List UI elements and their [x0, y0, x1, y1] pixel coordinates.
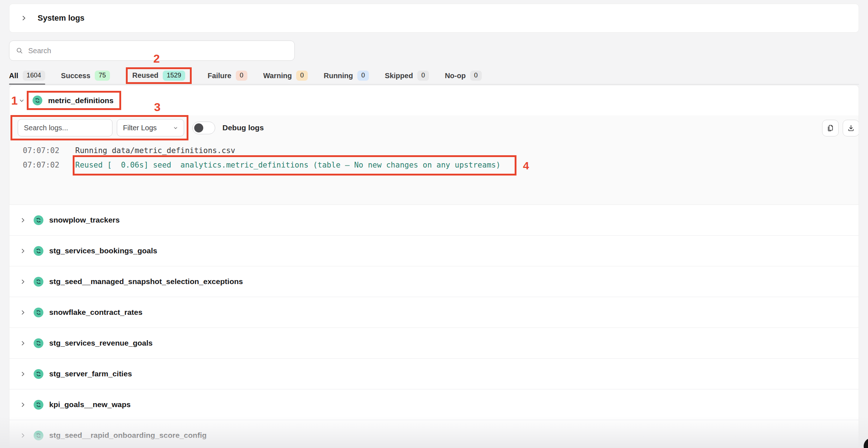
reused-sync-icon: [34, 246, 43, 256]
reused-sync-icon: [34, 400, 43, 410]
model-row-stg-seed-rapid-onboarding-score-config[interactable]: stg_seed__rapid_onboarding_score_config: [9, 420, 859, 448]
page-title: System logs: [38, 13, 85, 23]
model-name: stg_seed__managed_snapshot_selection_exc…: [49, 277, 243, 286]
model-rows: snowplow_trackers stg_services_bookings_…: [9, 205, 859, 448]
model-row-stg-seed-managed-snapshot-selection-exceptions[interactable]: stg_seed__managed_snapshot_selection_exc…: [9, 266, 859, 297]
chevron-right-icon: [21, 15, 27, 21]
annotation-3: 3: [154, 101, 161, 113]
tab-label: Reused: [132, 71, 158, 80]
chevron-right-icon: [20, 433, 26, 438]
log-timestamp: 07:07:02: [23, 161, 75, 169]
copy-logs-button[interactable]: [822, 120, 839, 136]
model-row-snowplow-trackers[interactable]: snowplow_trackers: [9, 205, 859, 236]
tab-count-badge: 1604: [23, 71, 45, 81]
reused-sync-icon: [34, 308, 43, 317]
search-bar: [9, 41, 295, 61]
reused-sync-icon: [34, 215, 43, 225]
model-name: metric_definitions: [48, 96, 114, 105]
annotation-1: 1: [11, 95, 18, 106]
log-message: Running data/metric_definitions.csv: [75, 146, 235, 155]
tab-label: Warning: [263, 72, 292, 80]
model-name: kpi_goals__new_waps: [49, 400, 131, 409]
model-row-metric-definitions[interactable]: 1 metric_definitions 3: [9, 85, 859, 115]
tab-label: Skipped: [385, 72, 413, 80]
log-panel: Filter Logs Debug logs: [9, 115, 859, 205]
chevron-right-icon: [20, 217, 26, 223]
tab-label: No-op: [445, 72, 466, 80]
status-tabs: All 1604 Success 75 Reused 1529 Failure …: [9, 67, 859, 85]
tab-running[interactable]: Running 0: [324, 67, 369, 84]
tab-count-badge: 75: [95, 71, 110, 81]
annotation-4: 4: [523, 160, 529, 171]
chevron-right-icon: [20, 402, 26, 407]
log-message-reused: Reused [ 0.06s] seed analytics.metric_de…: [75, 161, 501, 169]
debug-logs-label: Debug logs: [222, 123, 264, 132]
download-logs-button[interactable]: [843, 120, 859, 136]
model-row-snowflake-contract-rates[interactable]: snowflake_contract_rates: [9, 297, 859, 328]
system-logs-header[interactable]: System logs: [9, 4, 859, 33]
filter-logs-label: Filter Logs: [123, 124, 157, 132]
tab-count-badge: 0: [417, 71, 429, 81]
toggle-knob: [194, 123, 203, 132]
tab-all[interactable]: All 1604: [9, 67, 45, 84]
log-line: 07:07:02 Reused [ 0.06s] seed analytics.…: [23, 161, 501, 169]
tab-skipped[interactable]: Skipped 0: [385, 67, 429, 84]
chevron-right-icon: [20, 310, 26, 315]
tab-label: Running: [324, 72, 353, 80]
debug-logs-toggle[interactable]: [192, 122, 215, 134]
model-name: stg_services_revenue_goals: [49, 339, 153, 347]
tab-count-badge: 0: [236, 71, 247, 81]
tab-count-badge: 0: [357, 71, 369, 81]
model-name: snowflake_contract_rates: [49, 308, 142, 317]
filter-logs-select[interactable]: Filter Logs: [117, 119, 184, 136]
annotation-2: 2: [153, 53, 160, 64]
tab-count-badge: 0: [296, 71, 308, 81]
model-name: snowplow_trackers: [49, 216, 120, 224]
search-icon: [16, 47, 23, 54]
model-row-kpi-goals-new-waps[interactable]: kpi_goals__new_waps: [9, 389, 859, 420]
tab-reused[interactable]: Reused 1529: [132, 71, 185, 81]
model-row-stg-server-farm-cities[interactable]: stg_server_farm_cities: [9, 359, 859, 389]
tab-label: Failure: [208, 72, 231, 80]
log-line: 07:07:02 Running data/metric_definitions…: [23, 146, 235, 155]
model-name: stg_seed__rapid_onboarding_score_config: [49, 431, 207, 440]
reused-sync-icon: [34, 369, 43, 379]
reused-sync-icon: [34, 338, 43, 348]
download-icon: [847, 124, 855, 132]
system-logs-page: System logs 2 All 1604 Success 75 Reused…: [0, 0, 868, 448]
tab-failure[interactable]: Failure 0: [208, 67, 247, 84]
search-logs-input[interactable]: [18, 119, 112, 136]
tab-label: All: [9, 72, 18, 80]
reused-sync-icon: [34, 431, 43, 440]
reused-sync-icon: [33, 96, 42, 105]
tab-count-badge: 1529: [163, 71, 185, 81]
chevron-right-icon: [20, 248, 26, 254]
model-name: stg_server_farm_cities: [49, 369, 132, 378]
tab-count-badge: 0: [470, 71, 482, 81]
model-row-stg-services-revenue-goals[interactable]: stg_services_revenue_goals: [9, 328, 859, 359]
chevron-right-icon: [20, 341, 26, 346]
log-timestamp: 07:07:02: [23, 146, 75, 155]
models-list-card: 1 metric_definitions 3: [9, 85, 859, 448]
tab-warning[interactable]: Warning 0: [263, 67, 308, 84]
tab-label: Success: [61, 72, 90, 80]
cursor-artifact: [864, 438, 868, 448]
annotation-box-model: metric_definitions: [27, 91, 121, 110]
annotation-box-reused-tab: Reused 1529: [126, 67, 192, 84]
chevron-down-icon[interactable]: [19, 98, 24, 103]
chevron-down-icon: [173, 126, 178, 130]
model-name: stg_services_bookings_goals: [49, 246, 157, 255]
chevron-right-icon: [20, 371, 26, 377]
reused-sync-icon: [34, 277, 43, 287]
model-row-stg-services-bookings-goals[interactable]: stg_services_bookings_goals: [9, 236, 859, 266]
tab-noop[interactable]: No-op 0: [445, 67, 482, 84]
copy-icon: [826, 124, 834, 132]
chevron-right-icon: [20, 279, 26, 284]
tab-success[interactable]: Success 75: [61, 67, 110, 84]
